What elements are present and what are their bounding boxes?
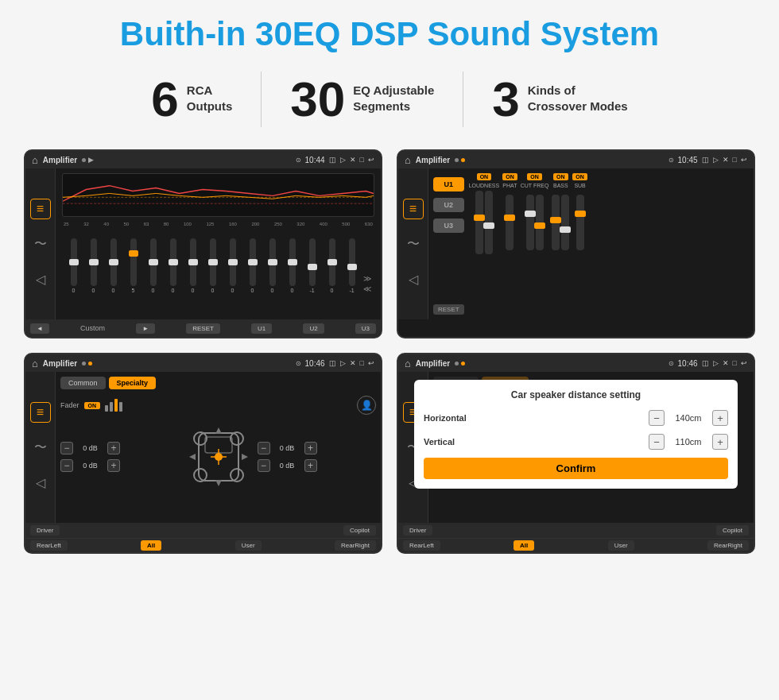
cf-track1[interactable]: [526, 195, 534, 250]
all-btn-4[interactable]: All: [514, 540, 534, 551]
bass-thumb1[interactable]: [550, 217, 561, 223]
sidebar-wave-icon[interactable]: 〜: [30, 234, 51, 254]
bass-track1[interactable]: [552, 195, 560, 250]
phat-thumb[interactable]: [504, 215, 515, 221]
sub-thumb[interactable]: [575, 211, 586, 217]
vertical-plus[interactable]: +: [712, 434, 728, 450]
slider-thumb-3[interactable]: [109, 259, 118, 265]
sidebar-eq-icon-3[interactable]: ≡: [30, 402, 51, 423]
arrow-up[interactable]: ≫: [363, 274, 371, 283]
slider-thumb-14[interactable]: [327, 259, 337, 265]
slider-thumb-6[interactable]: [169, 259, 178, 265]
slider-thumb-8[interactable]: [208, 259, 218, 265]
bass-on[interactable]: ON: [553, 173, 568, 180]
slider-track-12[interactable]: [289, 238, 296, 286]
cf-thumb2[interactable]: [534, 222, 545, 229]
sidebar-vol-icon-2[interactable]: ◁: [403, 269, 424, 289]
slider-track-7[interactable]: [190, 238, 196, 286]
loudness-on[interactable]: ON: [477, 173, 492, 180]
slider-thumb-10[interactable]: [248, 259, 258, 265]
vertical-minus[interactable]: −: [649, 434, 665, 450]
all-btn[interactable]: All: [141, 540, 161, 551]
slider-thumb-13[interactable]: [308, 264, 317, 270]
copilot-btn-4[interactable]: Copilot: [716, 525, 749, 536]
cf-thumb1[interactable]: [525, 211, 536, 217]
confirm-button[interactable]: Confirm: [424, 458, 728, 479]
bass-thumb2[interactable]: [560, 226, 571, 233]
rearright-btn[interactable]: RearRight: [335, 540, 376, 551]
driver-btn[interactable]: Driver: [30, 525, 60, 536]
slider-track-11[interactable]: [269, 238, 276, 286]
vol-fr-plus[interactable]: +: [304, 442, 317, 454]
slider-track-8[interactable]: [210, 238, 216, 286]
vol-fr-minus[interactable]: −: [258, 442, 270, 454]
reset-button[interactable]: RESET: [433, 304, 464, 315]
horizontal-plus[interactable]: +: [712, 410, 728, 426]
eq-prev-button[interactable]: ◄: [30, 323, 49, 334]
sub-on[interactable]: ON: [572, 173, 587, 180]
vol-fl-minus[interactable]: −: [60, 442, 73, 454]
u3-button[interactable]: U3: [433, 219, 464, 233]
slider-thumb-9[interactable]: [228, 259, 238, 265]
fader-on-badge[interactable]: ON: [84, 402, 101, 409]
sidebar-vol-icon[interactable]: ◁: [30, 269, 51, 289]
phat-track[interactable]: [506, 195, 514, 250]
slider-track-1[interactable]: [71, 238, 77, 286]
common-tab[interactable]: Common: [60, 377, 106, 389]
eq-next-button[interactable]: ►: [136, 323, 155, 334]
loudness-track2[interactable]: [485, 191, 493, 254]
slider-track-14[interactable]: [329, 238, 335, 286]
sidebar-vol-icon-3[interactable]: ◁: [30, 472, 51, 493]
rearleft-btn-4[interactable]: RearLeft: [403, 540, 440, 551]
driver-btn-4[interactable]: Driver: [403, 525, 432, 536]
cutfreq-on[interactable]: ON: [527, 173, 542, 180]
eq-u2-button[interactable]: U2: [303, 323, 324, 334]
slider-thumb-2[interactable]: [89, 259, 99, 265]
slider-track-4[interactable]: [130, 238, 137, 286]
u1-button[interactable]: U1: [433, 177, 464, 191]
eq-u3-button[interactable]: U3: [355, 323, 376, 334]
vol-rl-minus[interactable]: −: [60, 459, 73, 472]
sidebar-wave-icon-2[interactable]: 〜: [403, 234, 424, 254]
slider-track-9[interactable]: [230, 238, 236, 286]
slider-thumb-7[interactable]: [188, 259, 198, 265]
phat-on[interactable]: ON: [502, 173, 517, 180]
vol-rr-minus[interactable]: −: [258, 459, 270, 472]
loudness-thumb1[interactable]: [474, 215, 485, 221]
u2-button[interactable]: U2: [433, 198, 464, 212]
slider-thumb-1[interactable]: [69, 259, 79, 265]
person-icon[interactable]: 👤: [357, 396, 376, 415]
slider-thumb-15[interactable]: [347, 264, 357, 270]
horizontal-minus[interactable]: −: [649, 410, 665, 426]
slider-track-13[interactable]: [309, 238, 316, 286]
slider-thumb-12[interactable]: [288, 259, 297, 265]
slider-track-10[interactable]: [250, 238, 256, 286]
user-btn-4[interactable]: User: [608, 540, 634, 551]
slider-thumb-5[interactable]: [149, 259, 158, 265]
eq-u1-button[interactable]: U1: [251, 323, 272, 334]
eq-reset-button[interactable]: RESET: [186, 323, 220, 334]
loudness-track1[interactable]: [475, 191, 483, 254]
slider-thumb-11[interactable]: [268, 259, 277, 265]
sidebar-eq-icon[interactable]: ≡: [30, 199, 51, 219]
vol-fl-plus[interactable]: +: [107, 442, 120, 454]
slider-track-6[interactable]: [170, 238, 176, 286]
vol-rl-plus[interactable]: +: [107, 459, 120, 472]
copilot-btn[interactable]: Copilot: [343, 525, 376, 536]
sidebar-eq-icon-2[interactable]: ≡: [403, 199, 424, 219]
bass-track2[interactable]: [561, 195, 569, 250]
vol-rr-plus[interactable]: +: [304, 459, 317, 472]
user-btn[interactable]: User: [235, 540, 262, 551]
sidebar-wave-icon-3[interactable]: 〜: [30, 437, 51, 458]
slider-thumb-4[interactable]: [129, 250, 138, 257]
slider-track-5[interactable]: [150, 238, 157, 286]
cf-track2[interactable]: [536, 195, 544, 250]
sub-track[interactable]: [576, 195, 584, 250]
rearright-btn-4[interactable]: RearRight: [707, 540, 749, 551]
specialty-tab[interactable]: Specialty: [109, 377, 157, 389]
slider-track-15[interactable]: [349, 238, 355, 286]
slider-track-3[interactable]: [110, 238, 117, 286]
rearleft-btn[interactable]: RearLeft: [30, 540, 68, 551]
slider-track-2[interactable]: [91, 238, 97, 286]
arrow-down[interactable]: ≪: [363, 284, 371, 293]
